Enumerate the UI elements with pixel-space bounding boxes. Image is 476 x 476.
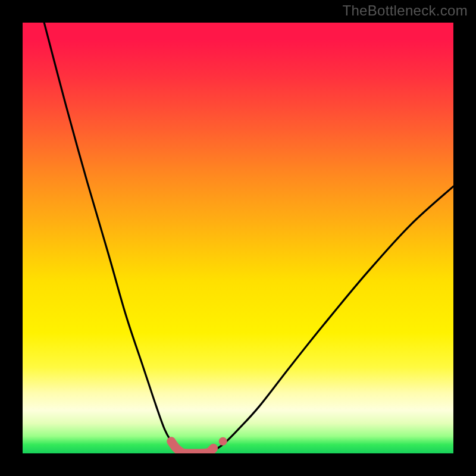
plot-area <box>23 23 453 453</box>
detached-highlight-dot <box>219 437 227 446</box>
left-branch-curve <box>44 23 183 453</box>
valley-highlight-segment <box>171 441 214 453</box>
outer-frame: TheBottleneck.com <box>0 0 476 476</box>
right-branch-curve <box>206 186 453 453</box>
chart-svg <box>23 23 453 453</box>
watermark-text: TheBottleneck.com <box>342 2 468 19</box>
